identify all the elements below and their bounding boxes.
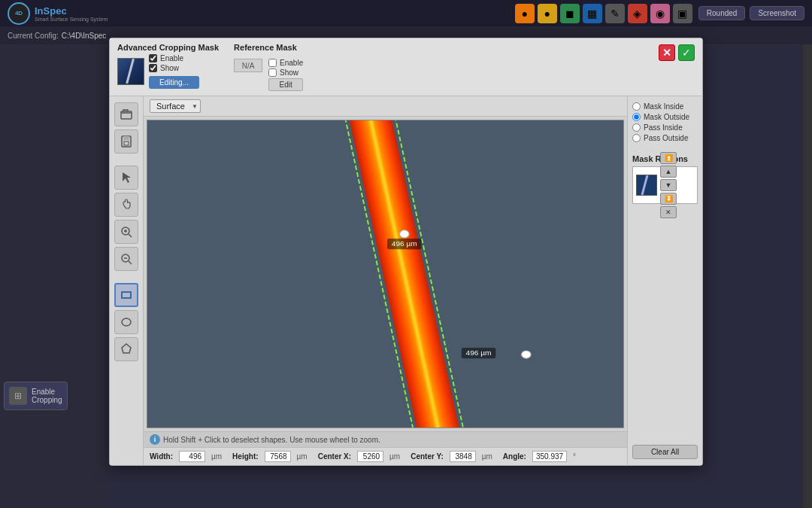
rounded-button[interactable]: Rounded <box>698 6 746 20</box>
center-x-label: Center X: <box>318 452 351 461</box>
pass-inside-label: Pass Inside <box>644 123 683 132</box>
top-bar: 4D InSpec Smart Surface Sensing System ●… <box>0 0 812 26</box>
logo-subtext: Smart Surface Sensing System <box>35 17 108 22</box>
toolbar-icon-6[interactable]: ◈ <box>628 4 647 23</box>
ellipse-tool-button[interactable] <box>114 310 138 334</box>
center-y-label: Center Y: <box>411 452 444 461</box>
svg-line-5 <box>129 234 132 237</box>
open-tool-button[interactable] <box>114 102 138 126</box>
zoom-out-tool-button[interactable] <box>114 247 138 271</box>
pass-outside-row[interactable]: Pass Outside <box>632 134 698 142</box>
editing-button[interactable]: Editing... <box>149 76 199 89</box>
toolbar-icon-5[interactable]: ✎ <box>605 4 625 23</box>
rect-tool-button[interactable] <box>114 283 138 307</box>
na-display: N/A <box>234 59 262 72</box>
region-up-button[interactable]: ▲ <box>660 166 677 178</box>
canvas-viewport[interactable]: 496 µm 496 µm <box>147 120 624 428</box>
ref-mask-title: Reference Mask <box>234 43 297 52</box>
show-checkbox-row[interactable]: Show <box>149 64 199 72</box>
svg-point-12 <box>122 318 131 326</box>
angle-label: Angle: <box>503 452 526 461</box>
modal-body: Surface <box>110 96 702 465</box>
height-value: 7568 <box>265 451 291 462</box>
hint-bar: i Hold Shift + Click to deselect shapes.… <box>144 431 627 447</box>
edit-button[interactable]: Edit <box>268 78 303 91</box>
modal-close-area: ✕ ✓ <box>659 44 695 61</box>
polygon-tool-button[interactable] <box>114 337 138 361</box>
right-panel: Mask Inside Mask Outside Pass Inside Pas… <box>627 96 702 465</box>
mask-outside-radio[interactable] <box>632 113 641 121</box>
right-buttons: Rounded Screenshot <box>698 6 804 20</box>
config-path: C:\4D\InSpec <box>62 32 106 40</box>
hint-text: Hold Shift + Click to deselect shapes. U… <box>163 436 380 444</box>
enable-checkbox-row[interactable]: Enable <box>149 54 199 62</box>
toolbar-icon-7[interactable]: ◉ <box>650 4 670 23</box>
toolbar-icon-1[interactable]: ● <box>515 4 535 23</box>
height-unit: µm <box>297 452 308 461</box>
mask-inside-label: Mask Inside <box>644 102 683 111</box>
toolbar-icon-2[interactable]: ● <box>538 4 557 23</box>
region-thumbnail[interactable] <box>636 175 657 196</box>
ref-enable-row[interactable]: Enable <box>268 59 303 67</box>
surface-select-wrap[interactable]: Surface <box>150 99 201 113</box>
enable-label: Enable <box>160 54 183 62</box>
svg-rect-2 <box>123 136 129 140</box>
screenshot-button[interactable]: Screenshot <box>750 6 804 20</box>
clear-all-button[interactable]: Clear All <box>632 445 698 459</box>
zoom-in-tool-button[interactable] <box>114 220 138 244</box>
ref-enable-checkbox[interactable] <box>268 59 277 67</box>
ref-show-checkbox[interactable] <box>268 68 277 77</box>
svg-text:496 µm: 496 µm <box>466 350 492 357</box>
hand-tool-button[interactable] <box>114 193 138 217</box>
height-label: Height: <box>232 452 258 461</box>
surface-dropdown[interactable]: Surface <box>150 99 201 113</box>
info-icon: i <box>150 434 160 445</box>
mask-inside-radio[interactable] <box>632 102 641 111</box>
advanced-crop-title: Advanced Cropping Mask <box>117 43 219 52</box>
close-check-button[interactable]: ✓ <box>678 44 695 61</box>
mask-outside-label: Mask Outside <box>644 113 689 121</box>
ref-enable-label: Enable <box>280 59 303 67</box>
width-value: 496 <box>179 451 205 462</box>
pass-inside-row[interactable]: Pass Inside <box>632 123 698 132</box>
pass-outside-radio[interactable] <box>632 134 641 142</box>
center-x-unit: µm <box>389 452 400 461</box>
show-checkbox[interactable] <box>149 64 157 72</box>
select-tool-button[interactable] <box>114 166 138 190</box>
advanced-crop-icon <box>117 58 144 85</box>
crop-icon: ⊞ <box>9 387 27 405</box>
ref-show-row[interactable]: Show <box>268 68 303 77</box>
advanced-crop-section: Advanced Cropping Mask Enable <box>117 43 219 89</box>
toolbar-icon-8[interactable]: ▣ <box>673 4 692 23</box>
toolbar-icon-4[interactable]: ▦ <box>583 4 602 23</box>
svg-text:496 µm: 496 µm <box>392 241 417 248</box>
toolbar-icons: ● ● ◼ ▦ ✎ ◈ ◉ ▣ Rounded Screenshot <box>515 4 804 23</box>
region-bottom-button[interactable]: ⏬ <box>660 193 677 205</box>
region-down-button[interactable]: ▼ <box>660 179 677 191</box>
show-label: Show <box>160 64 179 72</box>
enable-crop-widget[interactable]: ⊞ EnableCropping <box>4 382 68 410</box>
right-scrollbar[interactable] <box>803 44 812 508</box>
pass-inside-radio[interactable] <box>632 123 641 132</box>
canvas-toolbar: Surface <box>144 96 627 117</box>
close-x-button[interactable]: ✕ <box>659 44 675 61</box>
mask-radio-group: Mask Inside Mask Outside Pass Inside Pas… <box>632 102 698 142</box>
svg-rect-3 <box>124 141 129 145</box>
enable-checkbox[interactable] <box>149 54 157 62</box>
region-top-button[interactable]: ⏫ <box>660 152 677 164</box>
toolbar-icon-3[interactable]: ◼ <box>560 4 580 23</box>
mask-inside-row[interactable]: Mask Inside <box>632 102 698 111</box>
bg-left-panel <box>0 44 109 508</box>
save-tool-button[interactable] <box>114 129 138 154</box>
modal-dialog: Advanced Cropping Mask Enable <box>109 38 703 466</box>
mask-outside-row[interactable]: Mask Outside <box>632 113 698 121</box>
reference-mask-section: Reference Mask N/A Enable Show Edit <box>234 43 303 91</box>
pass-outside-label: Pass Outside <box>644 134 688 142</box>
ref-na-box: N/A <box>234 59 262 72</box>
svg-point-20 <box>522 351 532 358</box>
width-label: Width: <box>150 452 173 461</box>
canvas-area: Surface <box>144 96 627 465</box>
center-y-unit: µm <box>482 452 492 461</box>
svg-rect-11 <box>122 292 131 298</box>
crop-checkboxes: Enable Show Editing... <box>149 54 199 89</box>
